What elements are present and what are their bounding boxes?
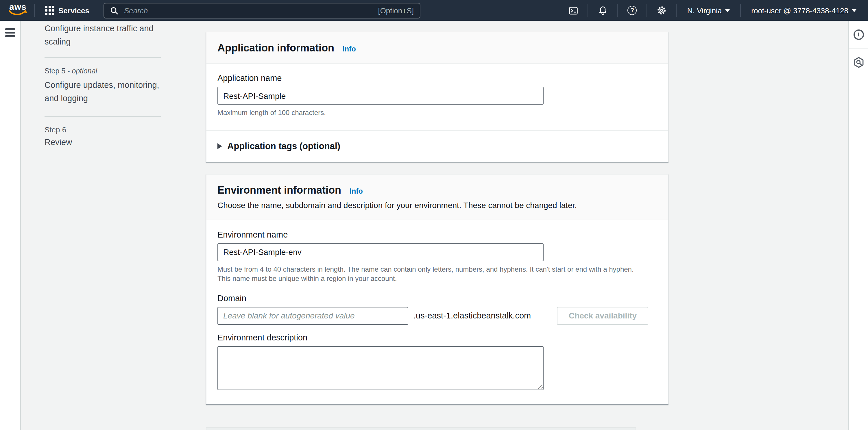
aws-logo[interactable]: aws [7,2,28,19]
domain-row: .us-east-1.elasticbeanstalk.com Check av… [217,307,657,325]
application-information-info-link[interactable]: Info [343,45,356,53]
environment-name-input[interactable] [217,243,544,261]
info-icon: i [853,29,864,40]
aws-console-page: aws Services [Option+S] [0,0,868,430]
topbar-divider [740,4,741,17]
domain-input[interactable] [217,307,408,325]
settings-button[interactable] [652,0,672,21]
main-content: Application information Info Application… [206,21,669,404]
wizard-steps-sidebar: Configure instance traffic and scaling S… [44,22,163,149]
account-menu[interactable]: root-user @ 3778-4338-4128 [745,0,862,21]
aws-smile-icon [7,10,28,18]
region-label: N. Virginia [687,6,722,15]
cloudshell-terminal-icon [568,5,579,16]
open-navigation-button[interactable] [5,28,15,37]
chevron-down-icon [725,9,730,12]
environment-name-label: Environment name [217,230,657,239]
step5-label: Step 5 - optional [44,67,163,75]
topbar-divider [676,4,677,17]
topbar-divider [588,4,588,17]
topbar-divider [34,4,35,17]
environment-information-title: Environment information [217,184,341,196]
environment-description-label: Environment description [217,333,657,342]
gear-icon [656,5,668,16]
amazon-q-icon [852,56,865,69]
search-input[interactable] [123,5,373,15]
left-nav-rail [0,21,21,430]
domain-field-group: Domain .us-east-1.elasticbeanstalk.com C… [217,293,657,325]
application-name-label: Application name [217,73,657,82]
environment-information-header: Environment information Info Choose the … [207,174,668,220]
application-tags-label: Application tags (optional) [227,141,340,151]
next-section-sliver [206,427,636,430]
environment-description-textarea[interactable] [217,346,544,390]
domain-suffix: .us-east-1.elasticbeanstalk.com [413,311,531,320]
search-icon [110,6,118,15]
environment-information-card: Environment information Info Choose the … [206,174,669,404]
region-selector[interactable]: N. Virginia [682,0,736,21]
info-panel-button[interactable]: i [849,21,868,48]
amazon-q-button[interactable] [849,48,868,75]
services-grid-icon [45,6,54,15]
chevron-down-icon [852,9,857,12]
topbar-divider [617,4,618,17]
bell-icon [597,5,608,16]
environment-information-body: Environment name Must be from 4 to 40 ch… [207,220,668,404]
environment-name-help: Must be from 4 to 40 characters in lengt… [217,264,648,284]
help-button[interactable]: ? [622,0,642,21]
application-name-input[interactable] [217,87,544,105]
topbar-right-group: ? N. Virginia root-user @ 3778-4338-4128 [563,0,862,21]
application-information-card: Application information Info Application… [206,32,669,162]
step4-title: Configure instance traffic and scaling [44,22,163,48]
account-label: root-user @ 3778-4338-4128 [751,6,848,15]
steps-divider [44,57,161,58]
application-information-header: Application information Info [207,32,668,64]
step6-title: Review [44,136,163,149]
domain-label: Domain [217,293,657,303]
environment-information-info-link[interactable]: Info [349,187,363,195]
top-navigation-bar: aws Services [Option+S] [0,0,868,21]
global-search-box[interactable]: [Option+S] [103,3,420,18]
environment-information-description: Choose the name, subdomain and descripti… [217,200,657,209]
services-label: Services [58,6,89,15]
cloudshell-button[interactable] [563,0,583,21]
topbar-divider [647,4,647,17]
application-information-title: Application information [217,42,334,54]
notifications-button[interactable] [593,0,613,21]
help-icon: ? [628,6,637,15]
check-availability-button[interactable]: Check availability [557,307,648,325]
step5-title: Configure updates, monitoring, and loggi… [44,78,163,105]
services-menu-button[interactable]: Services [40,0,94,21]
expander-triangle-icon [217,143,222,149]
right-tools-rail: i [848,21,868,430]
step6-label: Step 6 [44,125,163,134]
environment-description-group: Environment description [217,333,657,390]
application-tags-expander[interactable]: Application tags (optional) [207,130,668,162]
steps-divider [44,116,161,117]
application-name-help: Maximum length of 100 characters. [217,108,648,118]
application-information-body: Application name Maximum length of 100 c… [207,64,668,130]
search-shortcut-hint: [Option+S] [378,6,414,15]
